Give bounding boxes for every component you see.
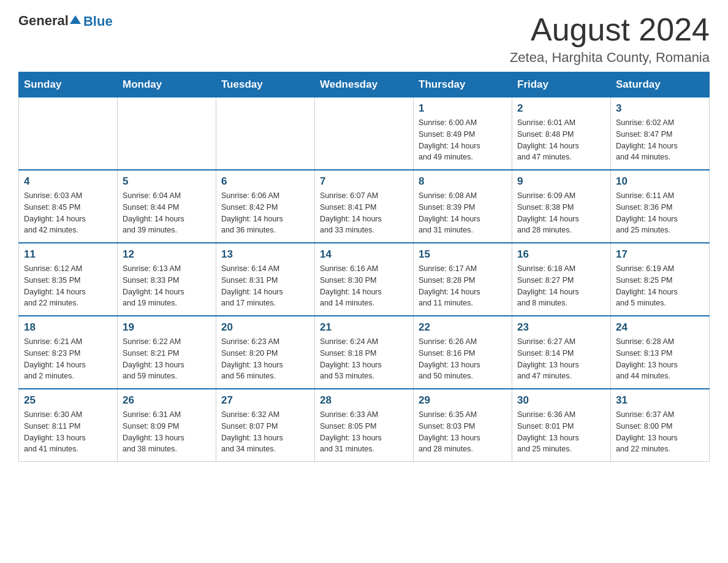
day-info: Sunrise: 6:12 AM Sunset: 8:35 PM Dayligh… (24, 263, 112, 309)
day-number: 14 (320, 248, 408, 261)
calendar-cell (19, 98, 118, 170)
weekday-header-thursday: Thursday (414, 72, 512, 98)
day-number: 29 (419, 394, 507, 407)
day-info: Sunrise: 6:19 AM Sunset: 8:25 PM Dayligh… (616, 263, 704, 309)
day-number: 7 (320, 175, 408, 188)
calendar-cell: 2Sunrise: 6:01 AM Sunset: 8:48 PM Daylig… (512, 98, 611, 170)
calendar-cell: 11Sunrise: 6:12 AM Sunset: 8:35 PM Dayli… (19, 243, 118, 316)
calendar-week-row: 25Sunrise: 6:30 AM Sunset: 8:11 PM Dayli… (19, 389, 710, 462)
day-number: 28 (320, 394, 408, 407)
day-number: 3 (616, 102, 704, 115)
day-number: 18 (24, 321, 112, 334)
day-info: Sunrise: 6:32 AM Sunset: 8:07 PM Dayligh… (221, 409, 309, 455)
location-title: Zetea, Harghita County, Romania (510, 50, 710, 66)
calendar-week-row: 4Sunrise: 6:03 AM Sunset: 8:45 PM Daylig… (19, 170, 710, 243)
day-number: 26 (123, 394, 211, 407)
day-number: 25 (24, 394, 112, 407)
day-number: 30 (517, 394, 605, 407)
calendar-cell: 17Sunrise: 6:19 AM Sunset: 8:25 PM Dayli… (611, 243, 710, 316)
calendar-cell: 24Sunrise: 6:28 AM Sunset: 8:13 PM Dayli… (611, 316, 710, 389)
day-info: Sunrise: 6:33 AM Sunset: 8:05 PM Dayligh… (320, 409, 408, 455)
svg-marker-0 (70, 15, 81, 24)
calendar-table: SundayMondayTuesdayWednesdayThursdayFrid… (18, 72, 710, 462)
day-number: 19 (123, 321, 211, 334)
day-info: Sunrise: 6:36 AM Sunset: 8:01 PM Dayligh… (517, 409, 605, 455)
day-info: Sunrise: 6:24 AM Sunset: 8:18 PM Dayligh… (320, 336, 408, 382)
logo-blue-text: Blue (83, 13, 113, 29)
calendar-cell: 8Sunrise: 6:08 AM Sunset: 8:39 PM Daylig… (414, 170, 512, 243)
day-number: 15 (419, 248, 507, 261)
day-number: 17 (616, 248, 704, 261)
weekday-header-monday: Monday (118, 72, 216, 98)
day-number: 20 (221, 321, 309, 334)
calendar-cell: 10Sunrise: 6:11 AM Sunset: 8:36 PM Dayli… (611, 170, 710, 243)
day-number: 8 (419, 175, 507, 188)
calendar-cell: 27Sunrise: 6:32 AM Sunset: 8:07 PM Dayli… (216, 389, 315, 462)
month-title: August 2024 (510, 12, 710, 47)
logo: General Blue (18, 12, 113, 29)
calendar-cell: 7Sunrise: 6:07 AM Sunset: 8:41 PM Daylig… (315, 170, 414, 243)
calendar-cell: 16Sunrise: 6:18 AM Sunset: 8:27 PM Dayli… (512, 243, 611, 316)
calendar-cell: 21Sunrise: 6:24 AM Sunset: 8:18 PM Dayli… (315, 316, 414, 389)
calendar-cell: 3Sunrise: 6:02 AM Sunset: 8:47 PM Daylig… (611, 98, 710, 170)
day-info: Sunrise: 6:31 AM Sunset: 8:09 PM Dayligh… (123, 409, 211, 455)
logo-triangle-icon (70, 14, 81, 28)
weekday-header-row: SundayMondayTuesdayWednesdayThursdayFrid… (19, 72, 710, 98)
day-info: Sunrise: 6:28 AM Sunset: 8:13 PM Dayligh… (616, 336, 704, 382)
calendar-week-row: 11Sunrise: 6:12 AM Sunset: 8:35 PM Dayli… (19, 243, 710, 316)
day-number: 22 (419, 321, 507, 334)
day-info: Sunrise: 6:22 AM Sunset: 8:21 PM Dayligh… (123, 336, 211, 382)
day-number: 4 (24, 175, 112, 188)
calendar-cell: 13Sunrise: 6:14 AM Sunset: 8:31 PM Dayli… (216, 243, 315, 316)
calendar-cell: 25Sunrise: 6:30 AM Sunset: 8:11 PM Dayli… (19, 389, 118, 462)
weekday-header-tuesday: Tuesday (216, 72, 315, 98)
day-number: 10 (616, 175, 704, 188)
day-info: Sunrise: 6:37 AM Sunset: 8:00 PM Dayligh… (616, 409, 704, 455)
calendar-cell: 5Sunrise: 6:04 AM Sunset: 8:44 PM Daylig… (118, 170, 216, 243)
day-number: 16 (517, 248, 605, 261)
calendar-cell (216, 98, 315, 170)
day-number: 1 (419, 102, 507, 115)
weekday-header-wednesday: Wednesday (315, 72, 414, 98)
day-info: Sunrise: 6:18 AM Sunset: 8:27 PM Dayligh… (517, 263, 605, 309)
weekday-header-saturday: Saturday (611, 72, 710, 98)
day-info: Sunrise: 6:08 AM Sunset: 8:39 PM Dayligh… (419, 190, 507, 236)
day-info: Sunrise: 6:26 AM Sunset: 8:16 PM Dayligh… (419, 336, 507, 382)
logo-general-text: General (18, 13, 69, 29)
day-number: 6 (221, 175, 309, 188)
calendar-cell: 23Sunrise: 6:27 AM Sunset: 8:14 PM Dayli… (512, 316, 611, 389)
header: General Blue August 2024 Zetea, Harghita… (18, 12, 710, 66)
calendar-cell: 12Sunrise: 6:13 AM Sunset: 8:33 PM Dayli… (118, 243, 216, 316)
day-info: Sunrise: 6:02 AM Sunset: 8:47 PM Dayligh… (616, 117, 704, 163)
day-info: Sunrise: 6:16 AM Sunset: 8:30 PM Dayligh… (320, 263, 408, 309)
day-info: Sunrise: 6:01 AM Sunset: 8:48 PM Dayligh… (517, 117, 605, 163)
day-info: Sunrise: 6:17 AM Sunset: 8:28 PM Dayligh… (419, 263, 507, 309)
weekday-header-sunday: Sunday (19, 72, 118, 98)
day-number: 24 (616, 321, 704, 334)
day-info: Sunrise: 6:23 AM Sunset: 8:20 PM Dayligh… (221, 336, 309, 382)
day-number: 9 (517, 175, 605, 188)
calendar-cell: 1Sunrise: 6:00 AM Sunset: 8:49 PM Daylig… (414, 98, 512, 170)
day-info: Sunrise: 6:21 AM Sunset: 8:23 PM Dayligh… (24, 336, 112, 382)
day-number: 27 (221, 394, 309, 407)
day-info: Sunrise: 6:00 AM Sunset: 8:49 PM Dayligh… (419, 117, 507, 163)
title-area: August 2024 Zetea, Harghita County, Roma… (510, 12, 710, 66)
day-info: Sunrise: 6:14 AM Sunset: 8:31 PM Dayligh… (221, 263, 309, 309)
day-info: Sunrise: 6:27 AM Sunset: 8:14 PM Dayligh… (517, 336, 605, 382)
day-info: Sunrise: 6:30 AM Sunset: 8:11 PM Dayligh… (24, 409, 112, 455)
calendar-cell: 18Sunrise: 6:21 AM Sunset: 8:23 PM Dayli… (19, 316, 118, 389)
calendar-week-row: 1Sunrise: 6:00 AM Sunset: 8:49 PM Daylig… (19, 98, 710, 170)
day-info: Sunrise: 6:13 AM Sunset: 8:33 PM Dayligh… (123, 263, 211, 309)
day-info: Sunrise: 6:04 AM Sunset: 8:44 PM Dayligh… (123, 190, 211, 236)
weekday-header-friday: Friday (512, 72, 611, 98)
calendar-cell: 9Sunrise: 6:09 AM Sunset: 8:38 PM Daylig… (512, 170, 611, 243)
day-number: 2 (517, 102, 605, 115)
calendar-cell (118, 98, 216, 170)
calendar-cell: 4Sunrise: 6:03 AM Sunset: 8:45 PM Daylig… (19, 170, 118, 243)
day-info: Sunrise: 6:09 AM Sunset: 8:38 PM Dayligh… (517, 190, 605, 236)
calendar-cell (315, 98, 414, 170)
day-number: 31 (616, 394, 704, 407)
calendar-cell: 14Sunrise: 6:16 AM Sunset: 8:30 PM Dayli… (315, 243, 414, 316)
calendar-cell: 20Sunrise: 6:23 AM Sunset: 8:20 PM Dayli… (216, 316, 315, 389)
day-number: 5 (123, 175, 211, 188)
